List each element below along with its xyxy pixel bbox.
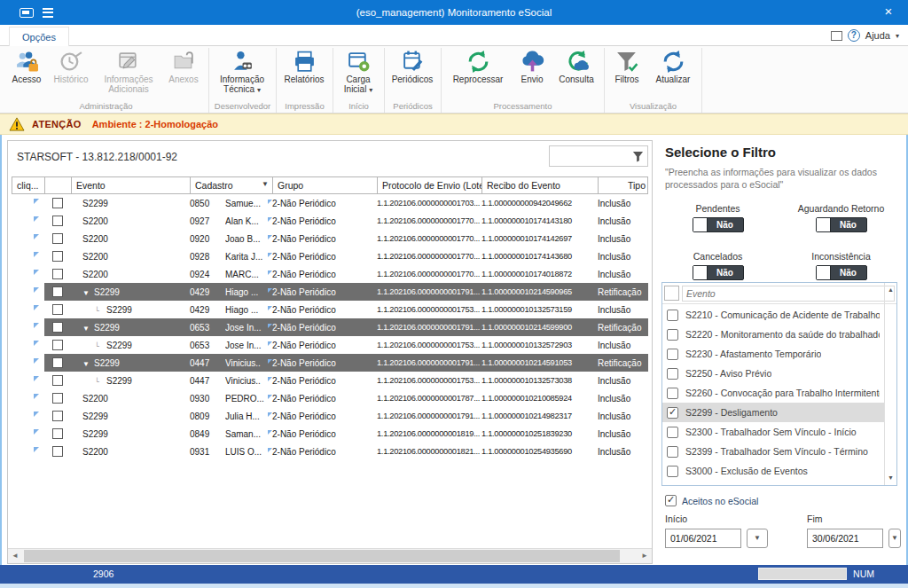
row-select-cell[interactable] [44,304,71,315]
col-header-cliq[interactable]: cliq... [12,177,45,193]
envio-button[interactable]: Envio [513,48,552,84]
atualizar-button[interactable]: Atualizar [647,48,699,84]
row-cliq-cell[interactable] [12,336,44,354]
table-row[interactable]: ▼└S2299 0653Jose In... 2-Não Periódico 1… [12,318,648,336]
table-row[interactable]: ▼└S2299 0429Hiago ... 2-Não Periódico 1.… [12,301,648,318]
event-search-input[interactable] [682,286,895,302]
inicio-date-field[interactable] [665,529,741,548]
toggle-cancelados[interactable]: Não [693,265,744,280]
row-cliq-cell[interactable] [12,247,44,265]
event-list-item[interactable]: S2230 - Afastamento Temporário [662,344,884,364]
table-row[interactable]: ▼└S2299 0447Vinicius.. 2-Não Periódico 1… [12,354,648,372]
relatorios-button[interactable]: Relatórios [278,48,330,84]
row-checkbox[interactable] [52,375,63,386]
row-select-cell[interactable] [44,428,71,439]
col-header-grupo[interactable]: Grupo [273,177,378,193]
aceitos-checkbox-row[interactable]: Aceitos no eSocial [665,495,758,506]
reprocessar-button[interactable]: Reprocessar [443,48,513,84]
row-checkbox[interactable] [52,251,63,262]
row-cliq-cell[interactable] [12,389,44,407]
row-checkbox[interactable] [52,446,63,457]
event-list-item[interactable]: S2399 - Trabalhador Sem Vínculo - Términ… [662,442,884,461]
event-checkbox[interactable] [667,407,678,419]
scroll-left-icon[interactable]: ◄ [8,549,22,563]
tab-opcoes[interactable]: Opções [9,27,69,46]
carga-inicial-button[interactable]: Carga Inicial ▾ [335,48,381,95]
grid-search-box[interactable] [549,145,648,167]
row-select-cell[interactable] [44,233,71,244]
scroll-up-icon[interactable]: ▲ [885,284,896,296]
table-row[interactable]: ▼└S2200 0924MARC... 2-Não Periódico 1.1.… [12,265,648,283]
row-select-cell[interactable] [44,375,71,386]
close-button[interactable]: × [869,0,908,25]
expand-arrow-icon[interactable]: ▼ [82,325,94,333]
event-list-scrollbar[interactable]: ▲ ▼ [884,283,896,485]
event-list-item[interactable]: S3000 - Exclusão de Eventos [662,461,884,481]
table-row[interactable]: ▼└S2200 0927Alan K... 2-Não Periódico 1.… [12,212,648,230]
event-list-item[interactable]: S2210 - Comunicação de Acidente de Traba… [662,305,884,325]
table-row[interactable]: ▼└S2299 0653Jose In... 2-Não Periódico 1… [12,336,648,354]
toggle-inconsistencia[interactable]: Não [816,265,867,280]
row-select-cell[interactable] [44,411,71,421]
fim-date-dropdown[interactable]: ▼ [888,529,901,548]
col-header-evento[interactable]: Evento [72,177,191,193]
scrollbar-thumb[interactable] [24,550,620,562]
row-cliq-cell[interactable] [12,265,44,283]
table-row[interactable]: ▼└S2299 0447Vinicius.. 2-Não Periódico 1… [12,372,648,389]
expand-arrow-icon[interactable]: ▼ [82,289,94,297]
minimize-ribbon-icon[interactable] [831,31,842,41]
row-checkbox[interactable] [52,233,63,244]
table-row[interactable]: ▼└S2299 0429Hiago ... 2-Não Periódico 1.… [12,283,648,301]
table-row[interactable]: ▼└S2299 0849Saman... 2-Não Periódico 1.1… [12,425,648,443]
expand-arrow-icon[interactable]: ▼ [82,360,94,368]
scroll-down-icon[interactable]: ▼ [885,472,896,484]
acesso-button[interactable]: Acesso [5,48,48,84]
row-checkbox[interactable] [52,322,63,333]
filtros-button[interactable]: Filtros [607,48,647,84]
help-label[interactable]: Ajuda [865,30,890,41]
row-select-cell[interactable] [44,357,71,368]
table-row[interactable]: ▼└S2200 0928Karita J... 2-Não Periódico … [12,247,648,265]
consulta-button[interactable]: Consulta [552,48,601,84]
periodicos-button[interactable]: Periódicos [387,48,438,84]
row-checkbox[interactable] [52,286,63,297]
row-checkbox[interactable] [52,269,63,279]
col-header-cadastro[interactable]: Cadastro▼ [191,177,273,193]
row-cliq-cell[interactable] [12,283,44,301]
row-checkbox[interactable] [52,340,63,350]
event-checkbox[interactable] [667,329,678,341]
row-select-cell[interactable] [44,446,71,457]
row-cliq-cell[interactable] [12,354,44,372]
row-cliq-cell[interactable] [12,194,44,212]
event-checkbox[interactable] [667,466,678,477]
row-checkbox[interactable] [52,216,63,226]
row-select-cell[interactable] [44,216,71,226]
table-row[interactable]: ▼└S2200 0930PEDRO... 2-Não Periódico 1.1… [12,389,648,407]
row-select-cell[interactable] [44,198,71,208]
col-header-tipo[interactable]: Tipo [599,177,647,193]
row-select-cell[interactable] [44,322,71,333]
event-checkbox[interactable] [667,368,678,380]
event-list-item[interactable]: S2300 - Trabalhador Sem Vínculo - Início [662,422,884,442]
event-checkbox[interactable] [667,388,678,399]
row-cliq-cell[interactable] [12,318,44,336]
event-checkbox[interactable] [667,446,678,458]
row-select-cell[interactable] [44,251,71,262]
row-select-cell[interactable] [44,393,71,404]
event-list-item[interactable]: S2260 - Convocação para Trabalho Intermi… [662,383,884,403]
event-checkbox[interactable] [667,427,678,438]
fim-date-field[interactable] [807,529,883,548]
col-header-recibo[interactable]: Recibo do Evento [482,177,599,193]
row-cliq-cell[interactable] [12,301,44,318]
col-header-select[interactable] [45,177,72,193]
filter-funnel-icon[interactable] [632,151,644,162]
event-checkbox[interactable] [667,349,678,360]
col-header-protocolo[interactable]: Protocolo de Envio (Lote) [378,177,482,193]
informacao-tecnica-button[interactable]: Informação Técnica ▾ [211,48,273,95]
table-row[interactable]: ▼└S2299 0809Julia H... 2-Não Periódico 1… [12,407,648,425]
table-row[interactable]: ▼└S2200 0920Joao B... 2-Não Periódico 1.… [12,230,648,247]
event-list-item[interactable]: S2299 - Desligamento [662,403,884,422]
event-list-item[interactable]: S2220 - Monitoramento da saúde do trabal… [662,325,884,344]
table-row[interactable]: ▼└S2299 0850Samue... 2-Não Periódico 1.1… [12,194,648,212]
aceitos-checkbox[interactable] [665,495,677,506]
